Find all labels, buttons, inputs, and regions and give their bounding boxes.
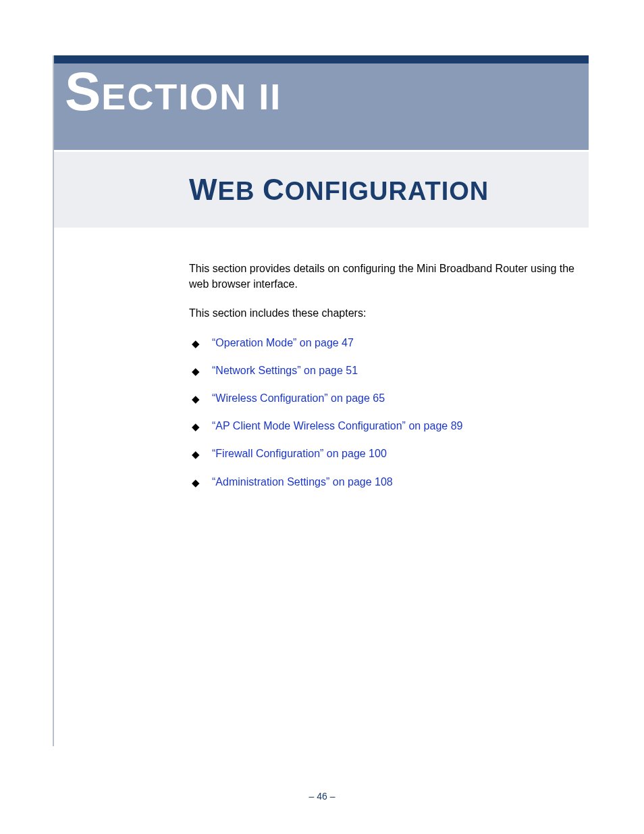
title-banner: WEB CONFIGURATION (54, 152, 589, 228)
section-label-first-letter: S (65, 65, 101, 119)
diamond-bullet-icon: ◆ (192, 392, 200, 407)
list-item: ◆ “Operation Mode” on page 47 (189, 335, 581, 350)
content-body: This section provides details on configu… (189, 261, 581, 502)
intro-paragraph-1: This section provides details on configu… (189, 261, 581, 292)
section-label-rest: ECTION II (101, 65, 281, 115)
chapter-list: ◆ “Operation Mode” on page 47 ◆ “Network… (189, 335, 581, 490)
top-accent-bar (54, 55, 589, 63)
chapter-link-firewall-configuration[interactable]: “Firewall Configuration” on page 100 (212, 448, 387, 459)
page-title: WEB CONFIGURATION (189, 173, 489, 207)
list-item: ◆ “AP Client Mode Wireless Configuration… (189, 418, 581, 434)
chapter-link-network-settings[interactable]: “Network Settings” on page 51 (212, 365, 358, 376)
diamond-bullet-icon: ◆ (192, 364, 200, 379)
diamond-bullet-icon: ◆ (192, 336, 200, 351)
page-footer: – 46 – (0, 791, 644, 802)
diamond-bullet-icon: ◆ (192, 419, 200, 434)
section-banner: S ECTION II (54, 63, 589, 150)
diamond-bullet-icon: ◆ (192, 475, 200, 490)
page-number: – 46 – (309, 791, 336, 802)
chapter-link-wireless-configuration[interactable]: “Wireless Configuration” on page 65 (212, 392, 385, 404)
chapter-link-ap-client-mode[interactable]: “AP Client Mode Wireless Configuration” … (212, 420, 462, 432)
list-item: ◆ “Wireless Configuration” on page 65 (189, 390, 581, 406)
list-item: ◆ “Firewall Configuration” on page 100 (189, 446, 581, 461)
chapter-link-administration-settings[interactable]: “Administration Settings” on page 108 (212, 476, 393, 488)
list-item: ◆ “Administration Settings” on page 108 (189, 474, 581, 490)
list-item: ◆ “Network Settings” on page 51 (189, 363, 581, 378)
intro-paragraph-2: This section includes these chapters: (189, 305, 581, 321)
diamond-bullet-icon: ◆ (192, 447, 200, 462)
chapter-link-operation-mode[interactable]: “Operation Mode” on page 47 (212, 337, 354, 348)
